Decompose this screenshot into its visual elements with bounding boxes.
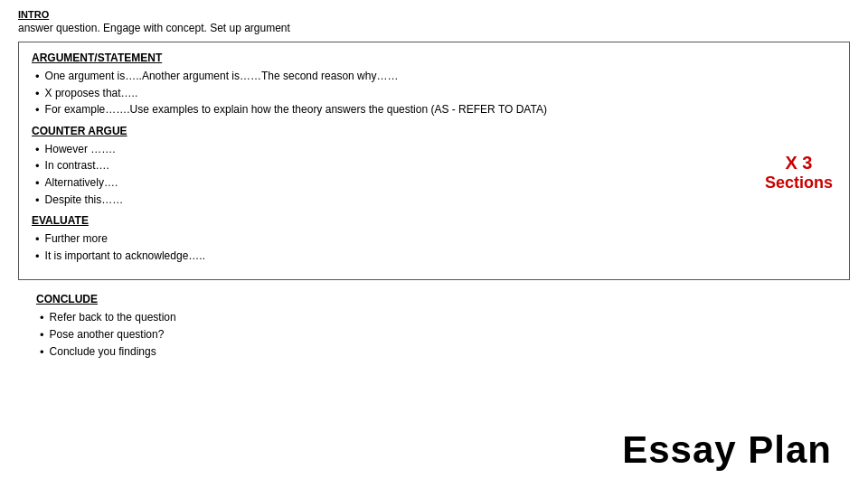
conclude-item-1: Refer back to the question bbox=[40, 311, 832, 325]
evaluate-item-2: It is important to acknowledge….. bbox=[35, 249, 836, 264]
x3-badge: X 3 Sections bbox=[765, 153, 833, 192]
conclude-list: Refer back to the question Pose another … bbox=[36, 311, 832, 359]
counter-argue-list: However ……. In contrast…. Alternatively…… bbox=[32, 143, 836, 207]
counter-argue-label: COUNTER ARGUE bbox=[32, 125, 836, 137]
evaluate-list: Further more It is important to acknowle… bbox=[32, 232, 836, 263]
argument-item-3: For example…….Use examples to explain ho… bbox=[35, 103, 836, 117]
intro-label: INTRO bbox=[18, 9, 850, 20]
page: INTRO answer question. Engage with conce… bbox=[0, 0, 868, 379]
counter-item-1: However ……. bbox=[35, 143, 836, 157]
argument-item-1: One argument is…..Another argument is……T… bbox=[35, 70, 836, 84]
essay-plan-title: Essay Plan bbox=[622, 428, 832, 472]
sections-text: Sections bbox=[765, 174, 833, 192]
counter-item-2: In contrast…. bbox=[35, 159, 836, 174]
argument-list: One argument is…..Another argument is……T… bbox=[32, 70, 836, 117]
intro-text: answer question. Engage with concept. Se… bbox=[18, 22, 850, 34]
x3-text: X 3 bbox=[765, 153, 833, 174]
main-content-box: X 3 Sections ARGUMENT/STATEMENT One argu… bbox=[18, 42, 850, 280]
conclude-section: CONCLUDE Refer back to the question Pose… bbox=[18, 289, 850, 370]
conclude-label: CONCLUDE bbox=[36, 293, 832, 305]
counter-item-4: Despite this…… bbox=[35, 193, 836, 208]
counter-item-3: Alternatively…. bbox=[35, 176, 836, 191]
evaluate-label: EVALUATE bbox=[32, 214, 836, 227]
conclude-item-2: Pose another question? bbox=[40, 328, 832, 343]
evaluate-item-1: Further more bbox=[35, 232, 836, 247]
conclude-item-3: Conclude you findings bbox=[40, 345, 832, 360]
argument-label: ARGUMENT/STATEMENT bbox=[32, 52, 836, 64]
argument-item-2: X proposes that….. bbox=[35, 87, 836, 101]
